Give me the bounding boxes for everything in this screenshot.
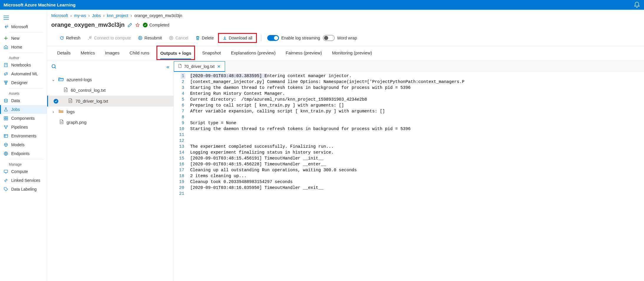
- nav-designer[interactable]: Designer: [0, 78, 47, 87]
- nav-endpoints[interactable]: Endpoints: [0, 149, 47, 158]
- tab-childruns[interactable]: Child runs: [129, 46, 149, 61]
- folder-open-icon: [58, 77, 64, 82]
- star-icon[interactable]: [135, 23, 140, 27]
- tree-file-60[interactable]: 60_control_log.txt: [47, 85, 174, 96]
- delete-button[interactable]: Delete: [192, 34, 217, 42]
- close-icon[interactable]: ✕: [217, 64, 221, 69]
- svg-point-19: [52, 64, 55, 68]
- automl-icon: [4, 72, 8, 76]
- notifications-icon[interactable]: [633, 1, 640, 9]
- crumb-1[interactable]: my-ws: [74, 13, 86, 18]
- code-area[interactable]: 123456789101112131415161718192021 [2020-…: [174, 72, 644, 281]
- edit-icon[interactable]: [128, 23, 132, 27]
- collapse-pane-icon[interactable]: «: [166, 64, 169, 70]
- log-streaming-toggle[interactable]: [267, 35, 279, 41]
- crumb-2[interactable]: Jobs: [92, 13, 101, 18]
- tab-snapshot[interactable]: Snapshot: [202, 46, 221, 61]
- refresh-button[interactable]: Refresh: [57, 34, 83, 42]
- search-icon[interactable]: [51, 64, 57, 70]
- crumb-3[interactable]: knn_project: [107, 13, 128, 18]
- refresh-icon: [60, 36, 64, 40]
- topbar: Microsoft Azure Machine Learning: [0, 0, 644, 10]
- hamburger-icon[interactable]: [0, 13, 47, 22]
- nav-linked[interactable]: Linked Services: [0, 176, 47, 185]
- word-wrap-label: Word wrap: [337, 36, 357, 40]
- status-badge: Completed: [143, 23, 169, 27]
- main-content: Microsoft› my-ws› Jobs› knn_project› ora…: [47, 10, 644, 281]
- editor-pane: 70_driver_log.txt ✕ 12345678910111213141…: [174, 61, 644, 281]
- tab-explanations[interactable]: Explanations (preview): [231, 46, 276, 61]
- log-streaming-label: Enable log streaming: [281, 36, 320, 40]
- tree-folder-azureml-logs[interactable]: ⌄ azureml-logs: [47, 74, 174, 85]
- models-icon: [4, 142, 8, 147]
- nav-jobs[interactable]: Jobs: [0, 105, 47, 114]
- connect-icon: [87, 36, 92, 40]
- tab-metrics[interactable]: Metrics: [81, 46, 95, 61]
- tab-details[interactable]: Details: [57, 46, 71, 61]
- tree-file-70[interactable]: 70_driver_log.txt: [47, 96, 174, 107]
- svg-point-11: [4, 126, 5, 127]
- download-all-button[interactable]: Download all: [219, 34, 255, 42]
- svg-point-2: [6, 72, 7, 74]
- svg-rect-5: [5, 83, 6, 84]
- section-manage: Manage: [0, 161, 47, 167]
- left-nav: Microsoft New Home Author Notebooks Auto…: [0, 10, 47, 281]
- endpoints-icon: [4, 151, 8, 156]
- home-icon: [4, 45, 8, 49]
- labeling-icon: [4, 187, 8, 192]
- cancel-button: Cancel: [166, 34, 191, 42]
- tree-folder-logs[interactable]: › logs: [47, 107, 174, 117]
- svg-point-1: [4, 74, 6, 75]
- app-title: Microsoft Azure Machine Learning: [4, 2, 75, 7]
- nav-environments[interactable]: Environments: [0, 132, 47, 140]
- chevron-down-icon: ⌄: [51, 77, 55, 82]
- nav-home[interactable]: Home: [0, 43, 47, 51]
- svg-rect-9: [4, 119, 6, 120]
- nav-components[interactable]: Components: [0, 114, 47, 123]
- file-tree-pane: « ⌄ azureml-logs 60_control_log.txt: [47, 61, 174, 281]
- chevron-right-icon: ›: [51, 109, 55, 114]
- toolbar: Refresh Connect to compute Resubmit Canc…: [47, 32, 644, 46]
- svg-rect-8: [6, 117, 8, 118]
- page-title: orange_oxygen_mw3cl3jn: [51, 21, 125, 28]
- nav-notebooks[interactable]: Notebooks: [0, 61, 47, 69]
- tab-images[interactable]: Images: [105, 46, 119, 61]
- tree-file-graph[interactable]: graph.png: [47, 117, 174, 128]
- tab-fairness[interactable]: Fairness (preview): [286, 46, 322, 61]
- status-text: Completed: [149, 23, 169, 27]
- svg-point-6: [4, 99, 7, 100]
- pipelines-icon: [4, 125, 8, 129]
- crumb-0[interactable]: Microsoft: [51, 13, 68, 18]
- back-arrow-icon: [4, 24, 8, 29]
- file-icon: [178, 64, 182, 69]
- folder-icon: [58, 109, 64, 114]
- check-circle-icon: [143, 23, 148, 27]
- word-wrap-toggle[interactable]: [323, 35, 335, 41]
- svg-rect-10: [6, 119, 8, 120]
- toolbar-divider: [261, 35, 261, 41]
- check-circle-icon: [54, 99, 58, 104]
- nav-compute[interactable]: Compute: [0, 167, 47, 176]
- tab-monitoring[interactable]: Monitoring (preview): [332, 46, 372, 61]
- tab-outputs-logs[interactable]: Outputs + logs: [160, 46, 191, 59]
- notebook-icon: [4, 63, 8, 67]
- download-icon: [222, 36, 227, 40]
- svg-rect-4: [6, 81, 7, 82]
- highlight-box-tab: Outputs + logs: [156, 46, 195, 60]
- resubmit-button[interactable]: Resubmit: [135, 34, 165, 42]
- nav-back[interactable]: Microsoft: [0, 22, 47, 31]
- nav-automl[interactable]: Automated ML: [0, 69, 47, 78]
- nav-data[interactable]: Data: [0, 96, 47, 105]
- section-assets: Assets: [0, 90, 47, 96]
- svg-point-13: [6, 128, 6, 129]
- code-lines: [2020-09-01T03:48:03.383595] Entering co…: [188, 72, 467, 281]
- highlight-box-download: Download all: [218, 33, 257, 43]
- nav-new[interactable]: New: [0, 34, 47, 43]
- nav-models[interactable]: Models: [0, 140, 47, 149]
- editor-tab-active[interactable]: 70_driver_log.txt ✕: [174, 61, 225, 72]
- environments-icon: [4, 134, 8, 138]
- flask-icon: [4, 107, 8, 112]
- nav-pipelines[interactable]: Pipelines: [0, 123, 47, 132]
- nav-labeling[interactable]: Data Labeling: [0, 185, 47, 194]
- compute-icon: [4, 169, 8, 174]
